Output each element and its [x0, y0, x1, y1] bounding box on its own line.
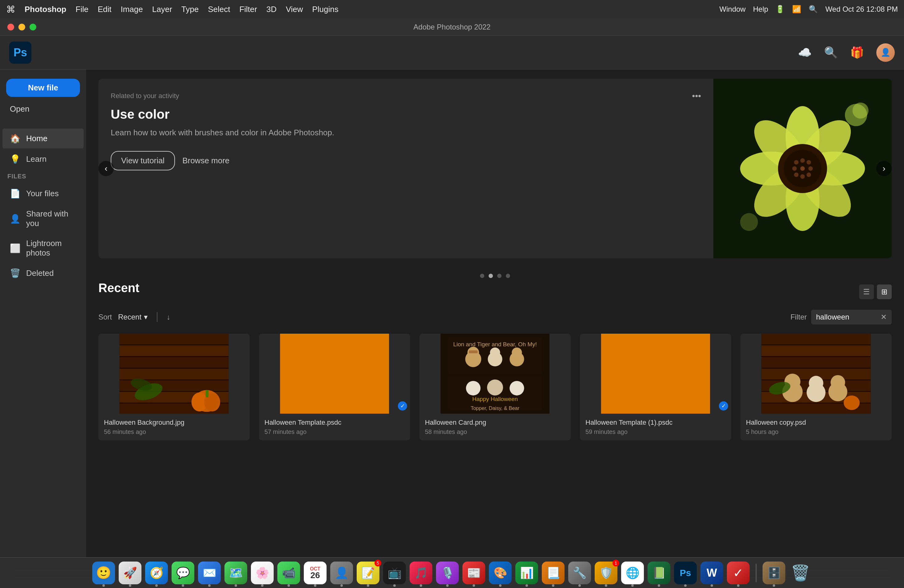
- dock-podcasts[interactable]: 🎙️: [436, 561, 459, 584]
- dock-archiver[interactable]: 🗄️: [763, 561, 785, 584]
- carousel-dot-3[interactable]: [497, 274, 501, 278]
- dock-pages[interactable]: 📃: [542, 561, 564, 584]
- sidebar-item-home[interactable]: 🏠 Home: [2, 128, 84, 149]
- dock-ticktick[interactable]: ✓: [727, 561, 750, 584]
- sidebar-item-your-files[interactable]: 📄 Your files: [2, 183, 84, 204]
- carousel-dot-2[interactable]: [488, 274, 493, 278]
- dock-numbers[interactable]: 📊: [515, 561, 538, 584]
- grid-view-button[interactable]: ⊞: [877, 285, 892, 299]
- file-time-5: 5 hours ago: [746, 428, 886, 435]
- svg-point-56: [466, 381, 480, 395]
- dock-photos[interactable]: 🌸: [251, 561, 273, 584]
- carousel-prev-arrow[interactable]: ‹: [98, 161, 114, 176]
- dock-launchpad[interactable]: 🚀: [119, 561, 141, 584]
- file-card-3[interactable]: Lion and Tiger and Bear, Oh My! Happ: [419, 334, 571, 440]
- dock-finder[interactable]: 🙂: [92, 561, 115, 584]
- cloud-icon[interactable]: ☁️: [798, 46, 812, 59]
- clock: Wed Oct 26 12:08 PM: [825, 5, 898, 14]
- svg-point-79: [809, 376, 823, 390]
- activity-menu-dots[interactable]: •••: [692, 91, 701, 101]
- menubar-filter[interactable]: Filter: [239, 5, 257, 14]
- dock-contacts[interactable]: 👤: [330, 561, 353, 584]
- menubar-view[interactable]: View: [286, 5, 303, 14]
- file-thumb-2: ✓: [259, 334, 410, 414]
- menubar: ⌘ Photoshop File Edit Image Layer Type S…: [0, 0, 904, 19]
- maximize-button[interactable]: [30, 24, 36, 30]
- dock-music[interactable]: 🎵: [409, 561, 432, 584]
- dock-instruments[interactable]: 🔧: [568, 561, 591, 584]
- dock-chrome[interactable]: 🌐: [621, 561, 644, 584]
- file-check-4: ✓: [719, 401, 728, 411]
- carousel-dot-4[interactable]: [506, 274, 510, 278]
- sidebar-item-deleted-label: Deleted: [26, 269, 54, 278]
- file-thumb-5: [740, 334, 892, 414]
- new-file-button[interactable]: New file: [6, 79, 80, 97]
- sidebar-item-learn[interactable]: 💡 Learn: [2, 149, 84, 169]
- file-time-4: 59 minutes ago: [585, 428, 725, 435]
- user-avatar[interactable]: 👤: [876, 43, 895, 62]
- recent-controls: Sort Recent ▾ ↓ Filter ✕: [98, 310, 892, 324]
- sort-dropdown[interactable]: Recent ▾: [118, 313, 148, 321]
- dock-trash[interactable]: 🗑️: [789, 561, 812, 584]
- dock-messages[interactable]: 💬: [172, 561, 194, 584]
- browse-more-button[interactable]: Browse more: [182, 156, 229, 166]
- sidebar-item-deleted[interactable]: 🗑️ Deleted: [2, 263, 84, 283]
- carousel-next-arrow[interactable]: ›: [876, 161, 892, 176]
- filter-clear-button[interactable]: ✕: [880, 313, 887, 321]
- sidebar-item-shared[interactable]: 👤 Shared with you: [2, 204, 84, 233]
- file-card-1[interactable]: Halloween Background.jpg 56 minutes ago: [98, 334, 250, 440]
- sort-direction-arrow[interactable]: ↓: [167, 313, 170, 321]
- carousel-dot-1[interactable]: [480, 274, 484, 278]
- menubar-3d[interactable]: 3D: [266, 5, 277, 14]
- menubar-select[interactable]: Select: [208, 5, 230, 14]
- open-button[interactable]: Open: [6, 102, 80, 116]
- filter-input[interactable]: [816, 313, 877, 321]
- dock-calendar[interactable]: OCT 26: [304, 561, 327, 584]
- menubar-image[interactable]: Image: [120, 5, 143, 14]
- menubar-photoshop[interactable]: Photoshop: [25, 5, 66, 14]
- deleted-icon: 🗑️: [10, 268, 21, 278]
- sidebar-item-lightroom[interactable]: ⬜ Lightroom photos: [2, 234, 84, 262]
- file-card-2[interactable]: ✓ Halloween Template.psdc 57 minutes ago: [259, 334, 410, 440]
- dock-notes[interactable]: 📝 5: [357, 561, 379, 584]
- dock-mail[interactable]: ✉️: [198, 561, 221, 584]
- menubar-help[interactable]: Help: [753, 5, 768, 14]
- dock-keynote[interactable]: 🎨: [489, 561, 512, 584]
- svg-point-14: [792, 166, 797, 171]
- dock-norton[interactable]: 🛡️ 1: [595, 561, 618, 584]
- dock-news[interactable]: 📰: [463, 561, 485, 584]
- menubar-edit[interactable]: Edit: [98, 5, 112, 14]
- apple-icon[interactable]: ⌘: [6, 4, 15, 15]
- dock-excel[interactable]: 📗: [648, 561, 670, 584]
- menubar-file[interactable]: File: [76, 5, 89, 14]
- menubar-layer[interactable]: Layer: [152, 5, 172, 14]
- dock-safari[interactable]: 🧭: [145, 561, 168, 584]
- menubar-type[interactable]: Type: [182, 5, 199, 14]
- file-card-4[interactable]: ✓ Halloween Template (1).psdc 59 minutes…: [580, 334, 731, 440]
- list-view-button[interactable]: ☰: [859, 285, 874, 299]
- sidebar-item-lightroom-label: Lightroom photos: [26, 239, 76, 258]
- view-tutorial-button[interactable]: View tutorial: [111, 151, 175, 171]
- sidebar-item-shared-label: Shared with you: [26, 209, 76, 228]
- menubar-plugins[interactable]: Plugins: [312, 5, 338, 14]
- dock-maps[interactable]: 🗺️: [224, 561, 247, 584]
- close-button[interactable]: [7, 24, 14, 30]
- menu-search-icon[interactable]: 🔍: [809, 5, 818, 14]
- view-toggle: ☰ ⊞: [859, 285, 892, 299]
- carousel-dots: [98, 274, 892, 278]
- dock-photoshop[interactable]: Ps: [674, 561, 697, 584]
- dock-word[interactable]: W: [700, 561, 723, 584]
- minimize-button[interactable]: [19, 24, 25, 30]
- gift-icon[interactable]: 🎁: [850, 46, 864, 59]
- search-icon[interactable]: 🔍: [824, 46, 838, 59]
- dock-facetime[interactable]: 📹: [277, 561, 300, 584]
- menubar-window[interactable]: Window: [719, 5, 746, 14]
- dock-appletv[interactable]: 📺: [383, 561, 406, 584]
- svg-point-16: [808, 166, 813, 171]
- appbar: Ps ☁️ 🔍 🎁 👤: [0, 36, 904, 70]
- file-info-3: Halloween Card.png 58 minutes ago: [419, 414, 571, 440]
- file-card-5[interactable]: Halloween copy.psd 5 hours ago: [740, 334, 892, 440]
- svg-point-18: [800, 174, 805, 179]
- recent-title: Recent: [98, 281, 139, 295]
- svg-point-11: [794, 160, 798, 164]
